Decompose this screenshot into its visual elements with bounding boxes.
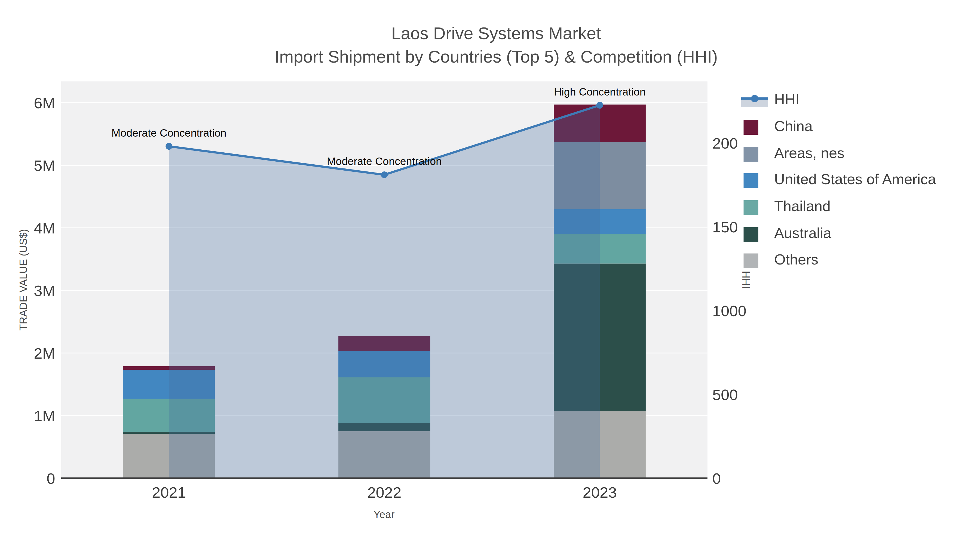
x-tick-2021: 2021 — [152, 484, 186, 501]
y-right-tick-150: 150 — [713, 219, 738, 236]
chart-title-line2: Import Shipment by Countries (Top 5) & C… — [274, 47, 718, 66]
legend-label-australia: Australia — [774, 225, 832, 241]
chart-title-line1: Laos Drive Systems Market — [391, 24, 601, 43]
legend-swatch-thailand — [744, 200, 759, 215]
y-left-tick-1M: 1M — [34, 407, 55, 424]
legend-label-china: China — [774, 118, 813, 134]
legend-item-australia[interactable]: Australia — [744, 225, 832, 242]
legend-swatch-others — [744, 254, 759, 268]
annotation-2021: Moderate Concentration — [111, 127, 226, 139]
legend-item-others[interactable]: Others — [744, 251, 819, 268]
y-left-tick-5M: 5M — [34, 157, 55, 174]
x-tick-2023: 2023 — [583, 484, 617, 501]
annotation-2023: High Concentration — [554, 86, 646, 98]
hhi-marker-glyph — [751, 95, 759, 102]
legend-label-hhi: HHI — [774, 91, 800, 107]
x-tick-2022: 2022 — [367, 484, 401, 501]
chart-canvas: Moderate ConcentrationModerate Concentra… — [0, 0, 980, 551]
y-left-axis-title: TRADE VALUE (US$) — [18, 229, 29, 330]
y-right-tick-500: 500 — [713, 386, 738, 403]
legend-swatch-china — [744, 120, 759, 135]
hhi-marker-2023[interactable] — [597, 102, 603, 109]
y-right-tick-1000: 1000 — [713, 302, 746, 319]
legend-label-thailand: Thailand — [774, 198, 830, 214]
y-right-axis-title: HHI — [740, 271, 752, 289]
legend-swatch-united-states-of-america — [744, 173, 759, 188]
y-left-tick-0: 0 — [46, 470, 55, 487]
y-right-tick-200: 200 — [713, 135, 738, 152]
hhi-marker-2021[interactable] — [165, 143, 172, 150]
y-left-tick-6M: 6M — [34, 94, 55, 111]
legend-label-others: Others — [774, 251, 818, 267]
legend-label-united-states-of-america: United States of America — [774, 171, 936, 187]
y-left-tick-3M: 3M — [34, 282, 55, 299]
hhi-marker-2022[interactable] — [381, 171, 388, 178]
legend-label-areas-nes: Areas, nes — [774, 145, 845, 161]
y-left-tick-2M: 2M — [34, 345, 55, 362]
annotation-2022: Moderate Concentration — [327, 155, 442, 167]
legend-swatch-areas-nes — [744, 147, 759, 162]
legend-swatch-australia — [744, 227, 759, 242]
y-right-tick-0: 0 — [713, 470, 721, 487]
x-axis-title: Year — [374, 508, 395, 520]
y-left-tick-4M: 4M — [34, 219, 55, 237]
legend-item-thailand[interactable]: Thailand — [744, 198, 831, 215]
figure: Moderate ConcentrationModerate Concentra… — [0, 0, 980, 551]
legend-item-china[interactable]: China — [744, 118, 813, 135]
